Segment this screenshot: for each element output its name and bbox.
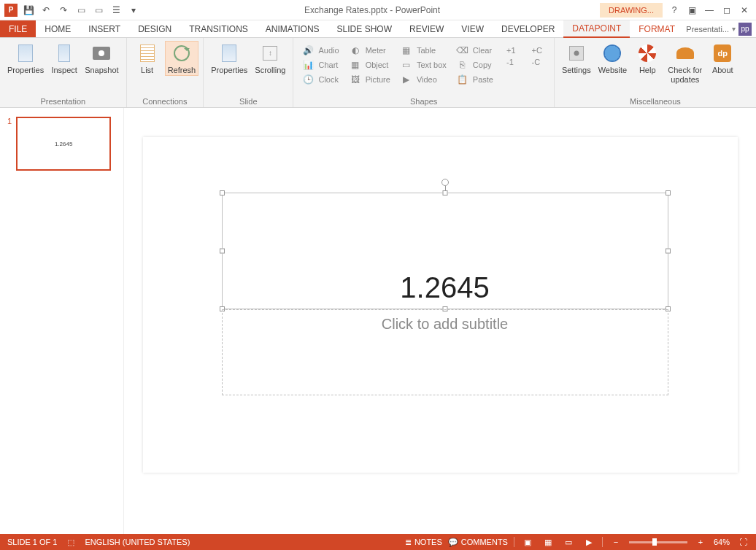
undo-button[interactable]: ↶ <box>39 4 53 17</box>
about-button[interactable]: dpAbout <box>706 41 738 75</box>
dp-icon: dp <box>714 44 731 62</box>
zoom-level[interactable]: 64% <box>714 538 730 546</box>
language-label[interactable]: ENGLISH (UNITED STATES) <box>85 538 190 546</box>
plus-c-button[interactable]: +C <box>528 45 547 55</box>
minus-one-button[interactable]: -1 <box>502 57 520 67</box>
save-button[interactable]: 💾 <box>22 4 35 17</box>
zoom-slider[interactable] <box>629 541 687 543</box>
group-connections: List Refresh Connections <box>127 38 204 107</box>
separator <box>602 537 603 547</box>
plus-one-button[interactable]: +1 <box>502 45 520 55</box>
resize-handle[interactable] <box>666 190 671 195</box>
tab-animations[interactable]: ANIMATIONS <box>257 20 328 37</box>
meter-button[interactable]: ◐Meter <box>347 44 393 57</box>
list-button[interactable]: List <box>131 41 163 75</box>
clock-button[interactable]: 🕒Clock <box>299 73 342 86</box>
reading-view-button[interactable]: ▭ <box>561 536 576 548</box>
tab-view[interactable]: VIEW <box>452 20 493 37</box>
resize-handle[interactable] <box>220 249 225 254</box>
refresh-button[interactable]: Refresh <box>165 41 199 76</box>
close-button[interactable]: ✕ <box>736 1 753 19</box>
chart-icon: 📊 <box>302 59 314 71</box>
status-bar: SLIDE 1 OF 1 ⬚ ENGLISH (UNITED STATES) ≣… <box>0 534 756 550</box>
comments-button[interactable]: 💬 COMMENTS <box>448 538 508 547</box>
minimize-button[interactable]: — <box>701 1 718 19</box>
settings-button[interactable]: Settings <box>559 41 594 75</box>
quick-access-toolbar: P 💾 ↶ ↷ ▭ ▭ ☰ ▾ <box>0 4 144 17</box>
minus-c-button[interactable]: -C <box>528 57 547 67</box>
tab-home[interactable]: HOME <box>36 20 80 37</box>
paste-button[interactable]: 📋Paste <box>454 73 496 86</box>
normal-view-button[interactable]: ▣ <box>520 536 535 548</box>
group-shapes: 🔊Audio 📊Chart 🕒Clock ◐Meter ▦Object 🖼Pic… <box>293 38 554 107</box>
chart-button[interactable]: 📊Chart <box>299 58 342 71</box>
tab-format[interactable]: FORMAT <box>630 20 684 37</box>
tab-review[interactable]: REVIEW <box>401 20 452 37</box>
tab-insert[interactable]: INSERT <box>80 20 129 37</box>
copy-button[interactable]: ⎘Copy <box>454 58 496 71</box>
subtitle-placeholder-text[interactable]: Click to add subtitle <box>223 310 668 333</box>
tab-file[interactable]: FILE <box>0 20 36 37</box>
maximize-button[interactable]: ◻ <box>718 1 736 19</box>
thumbnail-pane[interactable]: 1 1.2645 <box>0 108 124 534</box>
qat-start-from-beginning[interactable]: ▭ <box>74 4 88 17</box>
spellcheck-button[interactable]: ⬚ <box>67 538 74 547</box>
resize-handle[interactable] <box>220 190 225 195</box>
tab-slideshow[interactable]: SLIDE SHOW <box>328 20 401 37</box>
audio-icon: 🔊 <box>302 44 314 56</box>
tab-datapoint[interactable]: DATAPOINT <box>563 20 630 38</box>
video-button[interactable]: ▶Video <box>398 73 450 86</box>
help-button[interactable]: ? <box>666 1 683 19</box>
account-label[interactable]: Presentati... <box>686 25 729 34</box>
title-placeholder[interactable]: 1.2645 <box>222 193 668 309</box>
account-badge[interactable]: pp <box>738 23 752 36</box>
slide-thumbnail[interactable]: 1.2645 <box>16 117 111 171</box>
zoom-out-button[interactable]: − <box>609 536 623 548</box>
subtitle-placeholder[interactable]: Click to add subtitle <box>222 309 668 395</box>
picture-button[interactable]: 🖼Picture <box>347 73 393 86</box>
slide-editor[interactable]: 1.2645 Click to add subtitle <box>124 108 756 534</box>
clear-button[interactable]: ⌫Clear <box>454 44 496 57</box>
table-button[interactable]: ▦Table <box>398 44 450 57</box>
ribbon-display-button[interactable]: ▣ <box>683 1 701 19</box>
slideshow-view-button[interactable]: ▶ <box>582 536 596 548</box>
zoom-in-button[interactable]: + <box>693 536 708 548</box>
resize-handle[interactable] <box>666 249 671 254</box>
textbox-button[interactable]: ▭Text box <box>398 58 450 71</box>
rotation-handle-icon[interactable] <box>441 179 449 186</box>
sorter-view-button[interactable]: ▦ <box>541 536 555 548</box>
help-button-ribbon[interactable]: Help <box>631 41 663 75</box>
object-icon: ▦ <box>350 59 361 71</box>
resize-handle[interactable] <box>442 190 447 195</box>
window-title: Exchange Rates.pptx - PowerPoint <box>144 5 600 15</box>
account-dropdown-icon[interactable]: ▾ <box>732 25 736 33</box>
group-presentation: Properties Inspect Snapshot Presentation <box>0 38 127 107</box>
inspect-button[interactable]: Inspect <box>48 41 80 75</box>
title-text[interactable]: 1.2645 <box>223 271 668 304</box>
check-updates-button[interactable]: Check for updates <box>665 41 705 84</box>
website-button[interactable]: Website <box>595 41 630 75</box>
picture-icon: 🖼 <box>350 74 361 85</box>
scroll-icon: ↕ <box>263 46 277 61</box>
tab-design[interactable]: DESIGN <box>129 20 180 37</box>
tab-developer[interactable]: DEVELOPER <box>493 20 563 37</box>
title-bar: P 💾 ↶ ↷ ▭ ▭ ☰ ▾ Exchange Rates.pptx - Po… <box>0 0 756 20</box>
object-button[interactable]: ▦Object <box>347 58 393 71</box>
tab-transitions[interactable]: TRANSITIONS <box>180 20 257 37</box>
properties-button[interactable]: Properties <box>4 41 47 75</box>
fit-to-window-button[interactable]: ⛶ <box>736 536 750 548</box>
snapshot-button[interactable]: Snapshot <box>82 41 121 75</box>
sheet-icon <box>222 44 236 62</box>
qat-play-button[interactable]: ▭ <box>92 4 105 17</box>
thumbnail-number: 1 <box>7 117 12 171</box>
notes-button[interactable]: ≣ NOTES <box>405 538 442 547</box>
textbox-icon: ▭ <box>401 59 412 71</box>
qat-touch-mode[interactable]: ☰ <box>109 4 123 17</box>
redo-button[interactable]: ↷ <box>57 4 70 17</box>
slide-canvas[interactable]: 1.2645 Click to add subtitle <box>143 137 738 473</box>
scrolling-button[interactable]: ↕Scrolling <box>252 41 288 75</box>
slide-properties-button[interactable]: Properties <box>208 41 250 75</box>
slide-counter[interactable]: SLIDE 1 OF 1 <box>7 538 57 546</box>
audio-button[interactable]: 🔊Audio <box>299 44 342 57</box>
qat-customize[interactable]: ▾ <box>127 4 140 17</box>
